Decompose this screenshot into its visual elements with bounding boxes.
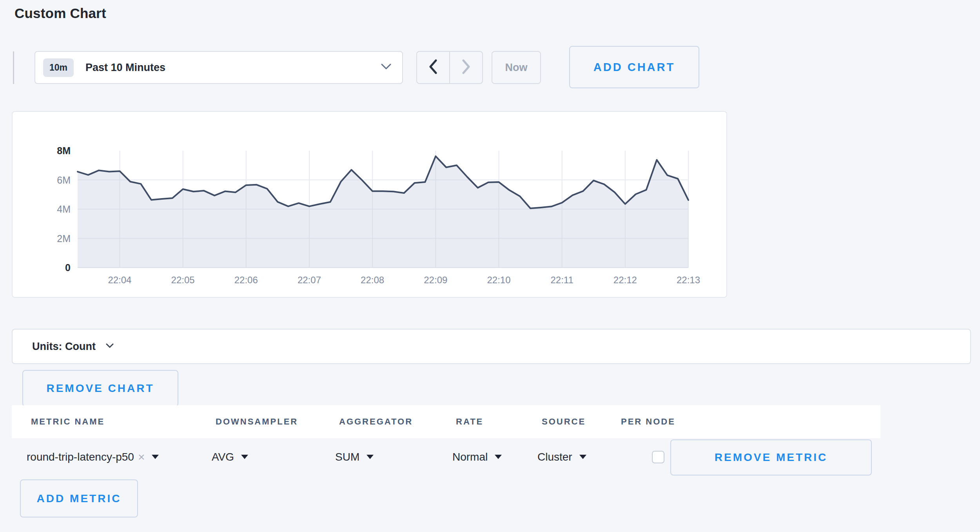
- chevron-left-icon: [429, 59, 437, 76]
- svg-text:22:13: 22:13: [677, 275, 700, 285]
- metric-name-value: round-trip-latency-p50: [27, 451, 134, 463]
- svg-text:22:04: 22:04: [108, 275, 131, 285]
- shift-forward-button[interactable]: [450, 52, 482, 83]
- chart-card: 22:0422:0522:0622:0722:0822:0922:1022:11…: [12, 111, 727, 298]
- svg-text:22:12: 22:12: [613, 275, 637, 285]
- svg-text:22:11: 22:11: [551, 275, 573, 285]
- now-button[interactable]: Now: [492, 51, 541, 84]
- downsampler-dropdown[interactable]: AVG: [212, 451, 248, 463]
- aggregator-value: SUM: [335, 451, 359, 463]
- time-range-dropdown[interactable]: 10m Past 10 Minutes: [34, 51, 403, 84]
- downsampler-value: AVG: [212, 451, 234, 463]
- svg-text:4M: 4M: [57, 204, 71, 215]
- caret-down-icon: [579, 455, 586, 459]
- clear-metric-icon[interactable]: ×: [138, 450, 145, 464]
- caret-down-icon: [495, 455, 502, 459]
- caret-down-icon: [241, 455, 248, 459]
- svg-text:0: 0: [65, 262, 71, 273]
- remove-chart-button[interactable]: REMOVE CHART: [22, 370, 178, 407]
- chevron-down-icon: [381, 64, 391, 71]
- chevron-right-icon: [462, 59, 470, 76]
- chevron-down-icon: [106, 343, 114, 350]
- metric-name-dropdown[interactable]: round-trip-latency-p50 ×: [27, 450, 159, 464]
- svg-text:6M: 6M: [57, 175, 71, 186]
- svg-text:8M: 8M: [57, 145, 71, 156]
- svg-text:22:08: 22:08: [361, 275, 384, 285]
- time-shift-button-group: [416, 51, 483, 84]
- svg-text:22:10: 22:10: [487, 275, 510, 285]
- units-label: Units: Count: [32, 341, 96, 353]
- svg-text:22:07: 22:07: [298, 275, 321, 285]
- add-chart-button[interactable]: ADD CHART: [569, 46, 699, 88]
- aggregator-dropdown[interactable]: SUM: [335, 451, 374, 463]
- caret-down-icon: [367, 455, 374, 459]
- svg-text:22:09: 22:09: [424, 275, 447, 285]
- column-header-per-node: PER NODE: [621, 417, 675, 427]
- column-header-metric-name: METRIC NAME: [31, 417, 105, 427]
- time-selector-left-divider: [13, 51, 14, 84]
- svg-text:2M: 2M: [57, 233, 71, 244]
- svg-text:22:06: 22:06: [234, 275, 258, 285]
- time-range-label: Past 10 Minutes: [85, 62, 165, 74]
- per-node-checkbox[interactable]: [652, 451, 664, 463]
- time-scale-badge: 10m: [43, 58, 74, 77]
- svg-text:22:05: 22:05: [171, 275, 195, 285]
- remove-metric-button[interactable]: REMOVE METRIC: [670, 439, 872, 476]
- page-title: Custom Chart: [15, 5, 106, 21]
- source-value: Cluster: [537, 451, 572, 463]
- rate-value: Normal: [452, 451, 488, 463]
- column-header-downsampler: DOWNSAMPLER: [216, 417, 298, 427]
- column-header-aggregator: AGGREGATOR: [339, 417, 413, 427]
- add-metric-button[interactable]: ADD METRIC: [20, 479, 138, 517]
- custom-chart-svg: 22:0422:0522:0622:0722:0822:0922:1022:11…: [13, 112, 726, 297]
- units-dropdown[interactable]: Units: Count: [12, 329, 971, 364]
- column-header-rate: RATE: [456, 417, 483, 427]
- column-header-source: SOURCE: [542, 417, 586, 427]
- metrics-table-header: METRIC NAME DOWNSAMPLER AGGREGATOR RATE …: [12, 405, 880, 438]
- rate-dropdown[interactable]: Normal: [452, 451, 502, 463]
- source-dropdown[interactable]: Cluster: [537, 451, 586, 463]
- caret-down-icon: [152, 455, 159, 459]
- shift-back-button[interactable]: [417, 52, 450, 83]
